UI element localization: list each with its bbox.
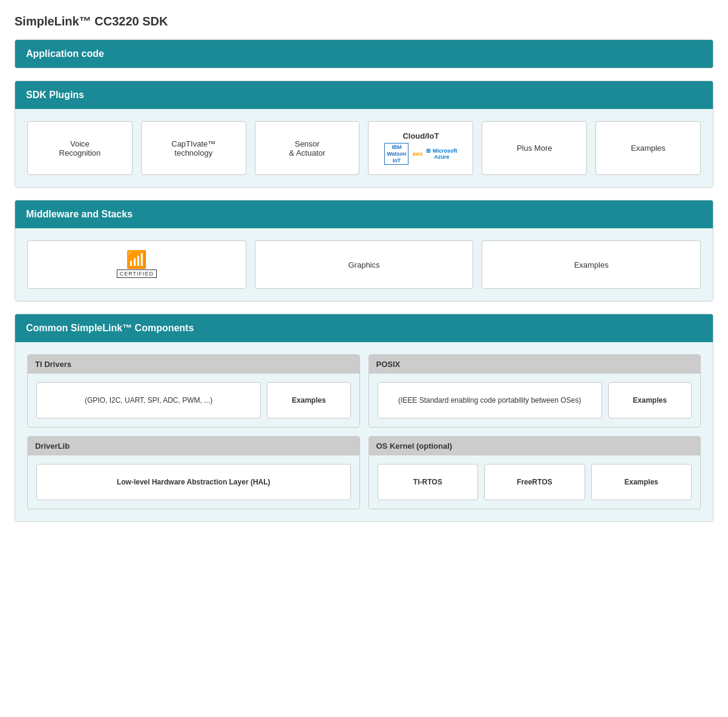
common-grid: TI Drivers (GPIO, I2C, UART, SPI, ADC, P…: [27, 354, 701, 509]
driverlib-body: Low-level Hardware Abstraction Layer (HA…: [28, 455, 359, 509]
sensor-actuator-card: Sensor& Actuator: [255, 121, 360, 175]
ti-rtos-card: TI-RTOS: [378, 464, 479, 500]
middleware-section: Middleware and Stacks 📶 CERTIFIED Graphi…: [15, 200, 713, 302]
posix-card-row: (IEEE Standard enabling code portability…: [378, 382, 692, 418]
os-examples-card: Examples: [591, 464, 692, 500]
ti-drivers-subsection: TI Drivers (GPIO, I2C, UART, SPI, ADC, P…: [27, 354, 360, 428]
azure-logo: ⊞ MicrosoftAzure: [426, 148, 457, 160]
captivate-card: CapTIvate™technology: [141, 121, 246, 175]
middleware-examples-card: Examples: [482, 240, 701, 289]
common-section: Common SimpleLink™ Components TI Drivers…: [15, 314, 713, 522]
ti-drivers-examples-card: Examples: [267, 382, 350, 418]
driverlib-subsection: DriverLib Low-level Hardware Abstraction…: [27, 436, 360, 509]
posix-header: POSIX: [369, 355, 701, 374]
middleware-header: Middleware and Stacks: [15, 200, 713, 228]
ti-drivers-card-row: (GPIO, I2C, UART, SPI, ADC, PWM, ...) Ex…: [36, 382, 351, 418]
driverlib-header: DriverLib: [28, 437, 359, 455]
graphics-card: Graphics: [255, 240, 474, 289]
freertos-card: FreeRTOS: [484, 464, 585, 500]
posix-examples-card: Examples: [608, 382, 692, 418]
os-kernel-body: TI-RTOS FreeRTOS Examples: [369, 455, 701, 509]
middleware-card-row: 📶 CERTIFIED Graphics Examples: [27, 240, 701, 289]
cloud-iot-title: Cloud/IoT: [402, 131, 439, 140]
middleware-body: 📶 CERTIFIED Graphics Examples: [15, 228, 713, 301]
plus-more-card: Plus More: [482, 121, 587, 175]
driverlib-hal-card: Low-level Hardware Abstraction Layer (HA…: [36, 464, 351, 500]
sdk-plugins-card-row: VoiceRecognition CapTIvate™technology Se…: [27, 121, 701, 175]
app-code-section: Application code: [15, 39, 713, 68]
common-body: TI Drivers (GPIO, I2C, UART, SPI, ADC, P…: [15, 342, 713, 521]
posix-body: (IEEE Standard enabling code portability…: [369, 374, 701, 427]
wifi-symbol-icon: 📶: [126, 251, 147, 268]
page-title: SimpleLink™ CC3220 SDK: [15, 15, 713, 28]
wifi-certified-text: CERTIFIED: [117, 269, 157, 278]
ibm-logo: IBMWatsonIoT: [384, 143, 408, 165]
os-kernel-card-row: TI-RTOS FreeRTOS Examples: [378, 464, 692, 500]
wifi-card: 📶 CERTIFIED: [27, 240, 246, 289]
posix-subsection: POSIX (IEEE Standard enabling code porta…: [369, 354, 701, 428]
os-kernel-header: OS Kernel (optional): [369, 437, 701, 455]
cloud-iot-card: Cloud/IoT IBMWatsonIoT aws ⊞ MicrosoftAz…: [368, 121, 473, 175]
cloud-logos-row: IBMWatsonIoT aws ⊞ MicrosoftAzure: [384, 143, 457, 165]
wifi-logo: 📶 CERTIFIED: [117, 251, 157, 278]
sdk-examples-card: Examples: [595, 121, 701, 175]
sdk-plugins-header: SDK Plugins: [15, 81, 713, 109]
ti-drivers-body: (GPIO, I2C, UART, SPI, ADC, PWM, ...) Ex…: [28, 374, 359, 427]
ti-drivers-header: TI Drivers: [28, 355, 359, 374]
ti-drivers-gpio-card: (GPIO, I2C, UART, SPI, ADC, PWM, ...): [36, 382, 261, 418]
os-kernel-subsection: OS Kernel (optional) TI-RTOS FreeRTOS Ex…: [369, 436, 701, 509]
aws-logo: aws: [412, 151, 422, 157]
driverlib-card-row: Low-level Hardware Abstraction Layer (HA…: [36, 464, 351, 500]
posix-desc-card: (IEEE Standard enabling code portability…: [378, 382, 602, 418]
common-header: Common SimpleLink™ Components: [15, 314, 713, 342]
sdk-plugins-body: VoiceRecognition CapTIvate™technology Se…: [15, 109, 713, 187]
voice-recognition-card: VoiceRecognition: [27, 121, 133, 175]
sdk-plugins-section: SDK Plugins VoiceRecognition CapTIvate™t…: [15, 81, 713, 188]
app-code-label: Application code: [26, 48, 104, 59]
